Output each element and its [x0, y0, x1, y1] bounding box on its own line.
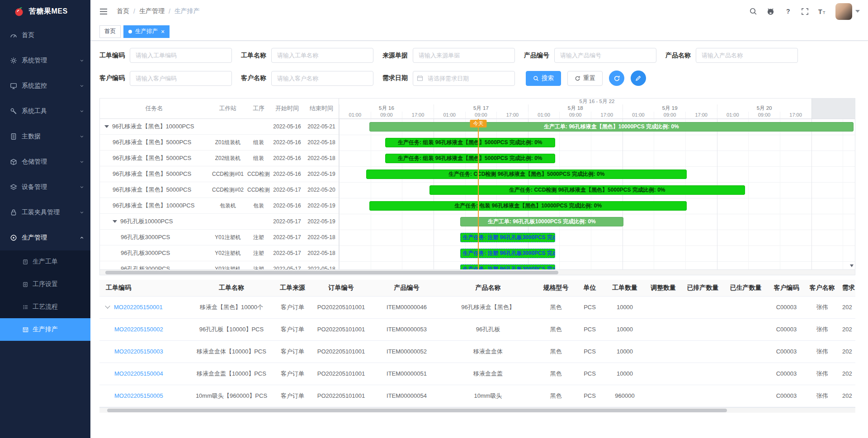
fullscreen-icon[interactable]	[801, 8, 809, 15]
gantt-task-row[interactable]: 96孔移液盒【黑色】5000PCSCCD检测#01CCD检测2022-05-16…	[100, 166, 339, 182]
collapse-arrow-icon[interactable]	[104, 125, 109, 128]
gantt-panel: 任务名 工作站 工序 开始时间 结束时间 5月 16 - 5月 22 5月 16…	[99, 98, 855, 275]
order-row[interactable]: MO202205150001移液盒【黑色】10000个客户订单PO2022051…	[99, 296, 855, 318]
sidebar-item-equipment-management[interactable]: 设备管理	[0, 174, 90, 200]
sidebar-item-system-management[interactable]: 系统管理	[0, 48, 90, 73]
customer-code-input[interactable]	[130, 71, 232, 86]
sidebar-item-process-settings[interactable]: 工序设置	[0, 273, 90, 296]
order-cell[interactable]: MO202205150005	[99, 385, 186, 407]
gantt-hour-label: 17:00	[591, 112, 623, 119]
sidebar-item-process-flow[interactable]: 工艺流程	[0, 296, 90, 318]
expand-row-icon[interactable]	[105, 303, 110, 308]
work-order-link[interactable]: MO202205150001	[114, 304, 163, 311]
demand-date-input[interactable]	[413, 71, 515, 86]
search-icon[interactable]	[749, 7, 757, 15]
work-order-link[interactable]: MO202205150005	[114, 392, 163, 399]
order-row[interactable]: MO202205150003移液盒盒体【10000】PCS客户订单PO20220…	[99, 340, 855, 363]
gantt-task-row[interactable]: 96孔孔板3000PCSY01注塑机注塑2022-05-172022-05-18	[100, 230, 339, 245]
sidebar-menu: 首页 系统管理 系统监控 系统工具	[0, 23, 90, 341]
sidebar-item-system-tools[interactable]: 系统工具	[0, 99, 90, 124]
order-cell: ITEM00000053	[374, 318, 439, 340]
gantt-day-label: 5月 19	[623, 104, 717, 112]
work-order-name-input[interactable]	[271, 48, 373, 63]
user-menu[interactable]	[835, 3, 860, 20]
gantt-bar[interactable]: 生产任务: 注塑 96孔孔板3000PCS 完成比例: 0%	[460, 233, 555, 242]
gantt-task-row[interactable]: 96孔孔板3000PCSY02注塑机注塑2022-05-172022-05-18	[100, 245, 339, 261]
gantt-bar[interactable]: 生产任务: CCD检测 96孔移液盒【黑色】5000PCS 完成比例: 0%	[429, 185, 745, 195]
order-cell[interactable]: MO202205150002	[99, 318, 186, 340]
github-icon[interactable]	[766, 7, 775, 16]
app-logo[interactable]: 苦糖果MES	[0, 0, 90, 23]
gantt-end-time-cell: 2022-05-20	[304, 187, 339, 193]
reset-button[interactable]: 重置	[567, 71, 603, 86]
order-row[interactable]: MO202205150004移液盒盒盖【10000】PCS客户订单PO20220…	[99, 363, 855, 385]
gantt-bar[interactable]: 生产任务: CCD检测 96孔移液盒【黑色】5000PCS 完成比例: 0%	[366, 170, 687, 179]
order-cell[interactable]: MO202205150003	[99, 340, 186, 363]
help-icon[interactable]: ?	[784, 7, 792, 15]
gantt-task-row[interactable]: 96孔孔板3000PCSY03注塑机注塑2022-05-172022-05-18	[100, 261, 339, 269]
hamburger-menu-icon[interactable]	[97, 5, 110, 18]
sidebar-item-home[interactable]: 首页	[0, 23, 90, 48]
close-tab-icon[interactable]: ×	[161, 28, 165, 35]
gantt-task-row[interactable]: 96孔孔板10000PCS2022-05-172022-05-19	[100, 214, 339, 230]
order-row[interactable]: MO20220515000510mm吸头【960000】PCS客户订单PO202…	[99, 385, 855, 407]
order-cell[interactable]: MO202205150001	[99, 296, 186, 318]
gantt-hscrollbar[interactable]	[100, 269, 855, 275]
font-size-icon[interactable]: TT	[818, 8, 826, 15]
breadcrumb-production-management[interactable]: 生产管理	[139, 7, 165, 15]
sidebar-item-system-monitor[interactable]: 系统监控	[0, 73, 90, 99]
product-name-input[interactable]	[696, 48, 798, 63]
gantt-bar[interactable]: 生产任务: 注塑 96孔孔板3000PCS 完成比例: 0%	[460, 249, 555, 258]
tab-production-scheduling[interactable]: 生产排产 ×	[123, 25, 170, 38]
order-cell: ITEM00000046	[374, 296, 439, 318]
search-button[interactable]: 搜索	[526, 71, 561, 86]
refresh-button[interactable]	[609, 71, 624, 86]
sidebar-item-master-data[interactable]: 主数据	[0, 124, 90, 149]
sidebar-item-label: 主数据	[22, 132, 41, 141]
sidebar-item-label: 工装夹具管理	[22, 208, 60, 217]
sidebar-item-fixture-management[interactable]: 工装夹具管理	[0, 200, 90, 225]
gantt-hscroll-thumb[interactable]	[105, 271, 558, 274]
sidebar-item-production-management[interactable]: 生产管理	[0, 225, 90, 250]
work-order-link[interactable]: MO202205150003	[114, 348, 163, 355]
work-order-code-input[interactable]	[130, 48, 232, 63]
gantt-bar[interactable]: 生产任务: 包装 96孔移液盒【黑色】10000PCS 完成比例: 0%	[369, 201, 687, 211]
gantt-bar[interactable]: 生产任务: 组装 96孔移液盒【黑色】5000PCS 完成比例: 0%	[385, 154, 556, 163]
breadcrumb-home[interactable]: 首页	[117, 7, 129, 15]
customer-name-input[interactable]	[271, 71, 373, 86]
gantt-task-row[interactable]: 96孔移液盒【黑色】5000PCSCCD检测#02CCD检测2022-05-17…	[100, 182, 339, 198]
work-order-link[interactable]: MO202205150004	[114, 370, 163, 377]
sidebar-item-production-work-order[interactable]: 生产工单	[0, 250, 90, 273]
sidebar-item-label: 生产排产	[33, 325, 58, 334]
source-document-input[interactable]	[413, 48, 515, 63]
order-row[interactable]: MO20220515000296孔孔板【10000】PCS客户订单PO20220…	[99, 318, 855, 340]
product-code-input[interactable]	[554, 48, 656, 63]
gantt-task-row[interactable]: 96孔移液盒【黑色】10000PCS2022-05-162022-05-21	[100, 119, 339, 135]
gantt-bar[interactable]: 生产任务: 注塑 96孔孔板3000PCS 完成比例: 0%	[460, 264, 555, 269]
order-cell[interactable]: MO202205150004	[99, 363, 186, 385]
filter-label: 工单编码	[99, 52, 125, 60]
gantt-task-row[interactable]: 96孔移液盒【黑色】5000PCSZ02组装机组装2022-05-162022-…	[100, 151, 339, 166]
order-cell: 10000	[604, 340, 645, 363]
filter-product-code: 产品编号	[524, 48, 656, 63]
gantt-task-row[interactable]: 96孔移液盒【黑色】5000PCSZ01组装机组装2022-05-162022-…	[100, 135, 339, 151]
sidebar-item-production-scheduling[interactable]: 生产排产	[0, 318, 90, 341]
tab-home[interactable]: 首页	[99, 25, 121, 38]
gantt-task-row[interactable]: 96孔移液盒【黑色】10000PCS包装机包装2022-05-162022-05…	[100, 198, 339, 214]
sidebar-item-warehouse-management[interactable]: 仓储管理	[0, 149, 90, 174]
sidebar-item-label: 生产管理	[22, 234, 47, 242]
lock-icon	[10, 209, 17, 216]
scroll-down-arrow[interactable]	[850, 264, 854, 267]
collapse-arrow-icon[interactable]	[113, 220, 117, 223]
orders-table-wrap: 工单编码工单名称工单来源订单编号产品编号产品名称规格型号单位工单数量调整数量已排…	[99, 280, 855, 407]
orders-hscrollbar[interactable]	[99, 407, 855, 413]
work-order-link[interactable]: MO202205150002	[114, 326, 163, 333]
edit-schedule-button[interactable]	[631, 71, 646, 86]
active-tab-dot	[128, 30, 132, 33]
avatar[interactable]	[835, 3, 852, 20]
filter-row-2: 客户编码 客户名称 需求日期	[99, 71, 855, 86]
gantt-bar[interactable]: 生产任务: 组装 96孔移液盒【黑色】5000PCS 完成比例: 0%	[385, 138, 556, 147]
gantt-bar[interactable]: 生产工单: 96孔孔板10000PCS 完成比例: 0%	[460, 217, 623, 226]
orders-hscroll-thumb[interactable]	[107, 409, 727, 412]
gantt-bar[interactable]: 生产工单: 96孔移液盒【黑色】10000PCS 完成比例: 0%	[369, 122, 853, 132]
